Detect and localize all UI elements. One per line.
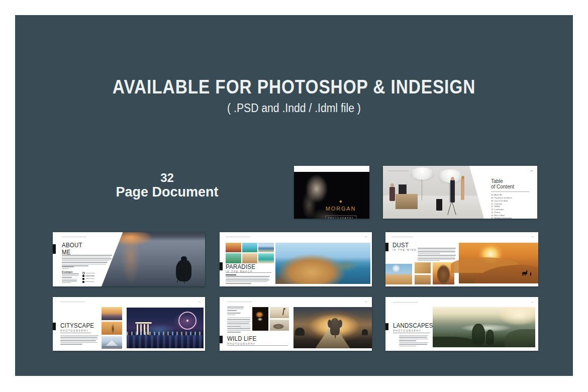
mountain-shape xyxy=(106,340,118,346)
thumb-leopard xyxy=(252,307,268,331)
text-line xyxy=(62,282,71,283)
thumb-desert-sun xyxy=(385,264,412,284)
text-line xyxy=(227,309,243,310)
spread-title: CITYSCAPE xyxy=(60,322,94,329)
computer-monitor xyxy=(399,184,407,194)
title-rule xyxy=(393,333,430,333)
toc-item: 06.Paradise in the Beach xyxy=(491,197,533,200)
text-line xyxy=(418,250,455,251)
text-line xyxy=(418,253,440,254)
toc-rule xyxy=(491,191,529,192)
spread-about-me: ABOUT ME Contact xyxy=(53,232,205,286)
social-row xyxy=(82,275,94,277)
page-count-note: 32 Page Document xyxy=(113,171,221,200)
text-line xyxy=(227,327,251,328)
model-head xyxy=(461,176,464,179)
thumb-statue-of-liberty xyxy=(102,322,122,335)
ferris-wheel-hub xyxy=(186,320,188,322)
paragraph-placeholder xyxy=(418,255,456,262)
text-line xyxy=(227,321,250,322)
coastline-photo xyxy=(275,243,370,284)
text-line xyxy=(60,337,97,338)
spread-title: LANDSCAPES xyxy=(393,322,433,329)
text-line xyxy=(226,279,269,280)
desk xyxy=(396,194,418,209)
diamond-ornament-icon xyxy=(339,200,342,203)
page-header-placeholder xyxy=(60,302,84,303)
text-line xyxy=(227,318,251,319)
paragraph-placeholder xyxy=(60,335,99,346)
page-header-placeholder xyxy=(227,302,251,303)
person-silhouette xyxy=(530,272,531,276)
text-line xyxy=(399,342,428,343)
text-line xyxy=(227,325,250,326)
cover-brand-name: MORGAN xyxy=(315,206,366,212)
spread-subtitle: PHOTOGRAPHY xyxy=(60,329,88,332)
thumb-rocks xyxy=(242,253,257,263)
section-tab xyxy=(220,262,223,270)
section-tab xyxy=(385,323,388,330)
spread-title: WILD LIFE xyxy=(227,335,256,342)
spread-landscapes: LANDSCAPES PHOTOGRAPHY xyxy=(385,297,538,351)
page-header-placeholder xyxy=(391,237,413,238)
promo-subheading: ( .PSD and .Indd / .Idml file ) xyxy=(24,102,564,115)
text-line xyxy=(399,344,427,345)
giraffe-head xyxy=(283,308,285,310)
hill-shape xyxy=(505,329,535,347)
cover-brand-subtitle: PHOTOGRAPHY xyxy=(325,216,356,219)
thumb-lagoon xyxy=(258,253,273,263)
spread-subtitle: PHOTOGRAPHY xyxy=(393,329,421,332)
handle-placeholder xyxy=(85,281,94,282)
credit-placeholder xyxy=(227,313,241,316)
cover-brand-block: MORGAN PHOTOGRAPHY PORTFOLIO xyxy=(315,195,366,219)
text-line xyxy=(399,346,416,347)
section-tab xyxy=(53,244,56,254)
title-rule xyxy=(227,345,288,346)
photographer-silhouette xyxy=(450,180,455,203)
text-line xyxy=(418,257,455,258)
page-number-placeholder xyxy=(365,302,367,303)
night-skyline-photo xyxy=(127,308,204,348)
text-line xyxy=(226,278,268,279)
paragraph-placeholder xyxy=(226,276,270,285)
text-line xyxy=(226,281,267,282)
text-line xyxy=(227,330,250,331)
text-line xyxy=(62,258,112,259)
elephant-trunk xyxy=(335,331,336,338)
text-line xyxy=(227,313,241,314)
text-line xyxy=(60,335,99,336)
paragraph-placeholder xyxy=(418,248,456,255)
text-line xyxy=(60,344,82,345)
text-line xyxy=(60,340,96,341)
text-line xyxy=(62,279,77,280)
elephant-ear xyxy=(338,320,342,328)
text-line xyxy=(418,260,440,261)
tree-silhouette xyxy=(295,328,305,336)
thumb-island xyxy=(258,243,273,253)
spread-title: ABOUT ME xyxy=(62,242,82,255)
text-line xyxy=(418,255,456,256)
seated-man-silhouette xyxy=(389,187,395,201)
handle-placeholder xyxy=(85,278,94,279)
page-count-number: 32 xyxy=(113,171,221,184)
text-line xyxy=(62,273,78,274)
spread-title: DUST xyxy=(393,242,409,248)
title-rule xyxy=(60,333,91,333)
text-line xyxy=(227,315,235,316)
thumb-rhino xyxy=(270,320,289,331)
spread-cityscape: CITYSCAPE PHOTOGRAPHY xyxy=(53,297,205,351)
toc-item: 04.About Me xyxy=(491,193,533,197)
toc-item: 12.Wildlife xyxy=(491,205,533,208)
spread-title: PARADISE xyxy=(226,263,255,270)
thumb-jungle-beach xyxy=(226,253,241,263)
phone-icon xyxy=(82,272,85,274)
credit-placeholder xyxy=(227,307,244,312)
text-line xyxy=(62,268,69,269)
address-placeholder xyxy=(62,279,77,284)
spread-subtitle: PHOTOGRAPHY xyxy=(227,342,255,345)
text-line xyxy=(60,342,97,343)
tree-silhouette xyxy=(486,330,494,345)
paragraph-placeholder xyxy=(227,327,251,334)
text-line xyxy=(60,339,98,340)
text-line xyxy=(418,248,456,249)
